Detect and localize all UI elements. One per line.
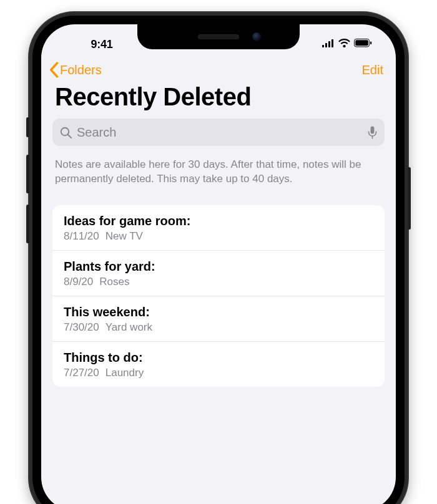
battery-icon	[354, 39, 372, 50]
search-input[interactable]: Search	[52, 119, 385, 146]
svg-rect-2	[328, 41, 330, 47]
note-preview: Roses	[99, 276, 129, 288]
note-meta: 7/30/20Yard work	[64, 321, 373, 334]
device-notch	[137, 24, 300, 49]
front-camera	[252, 32, 261, 41]
microphone-icon[interactable]	[368, 126, 377, 139]
note-preview: Laundry	[106, 367, 144, 379]
notes-list: Ideas for game room: 8/11/20New TV Plant…	[52, 205, 385, 387]
note-meta: 8/9/20Roses	[64, 276, 373, 288]
note-date: 8/11/20	[64, 230, 99, 242]
note-meta: 7/27/20Laundry	[64, 367, 373, 379]
search-icon	[60, 127, 72, 138]
chevron-left-icon	[47, 62, 60, 78]
back-label: Folders	[60, 63, 102, 77]
svg-line-8	[68, 135, 71, 138]
volume-down-button	[26, 205, 29, 243]
note-row[interactable]: Things to do: 7/27/20Laundry	[52, 342, 385, 387]
svg-rect-5	[355, 40, 368, 46]
cellular-signal-icon	[322, 39, 335, 50]
wifi-icon	[338, 39, 350, 50]
page-title: Recently Deleted	[41, 83, 396, 119]
svg-rect-6	[370, 41, 371, 44]
svg-rect-1	[325, 43, 327, 47]
note-date: 7/27/20	[64, 367, 99, 379]
note-title: Plants for yard:	[64, 259, 373, 274]
note-title: Ideas for game room:	[64, 214, 373, 228]
note-title: This weekend:	[64, 305, 373, 319]
note-date: 8/9/20	[64, 276, 93, 288]
note-title: Things to do:	[64, 351, 373, 365]
back-button[interactable]: Folders	[47, 62, 102, 78]
status-time: 9:41	[91, 38, 112, 51]
edit-button[interactable]: Edit	[362, 63, 383, 77]
note-meta: 8/11/20New TV	[64, 230, 373, 243]
note-date: 7/30/20	[64, 321, 99, 333]
svg-rect-3	[331, 39, 333, 47]
navigation-bar: Folders Edit	[41, 56, 396, 83]
note-row[interactable]: This weekend: 7/30/20Yard work	[52, 296, 385, 342]
volume-up-button	[26, 155, 29, 193]
info-text: Notes are available here for 30 days. Af…	[41, 146, 396, 205]
note-preview: Yard work	[106, 321, 152, 333]
search-placeholder: Search	[77, 125, 368, 140]
svg-rect-0	[322, 45, 324, 47]
note-row[interactable]: Ideas for game room: 8/11/20New TV	[52, 205, 385, 251]
svg-rect-9	[371, 126, 375, 133]
speaker-grille	[198, 34, 239, 39]
silence-switch	[26, 117, 29, 137]
note-preview: New TV	[106, 230, 143, 242]
power-button	[408, 167, 411, 230]
note-row[interactable]: Plants for yard: 8/9/20Roses	[52, 251, 385, 296]
